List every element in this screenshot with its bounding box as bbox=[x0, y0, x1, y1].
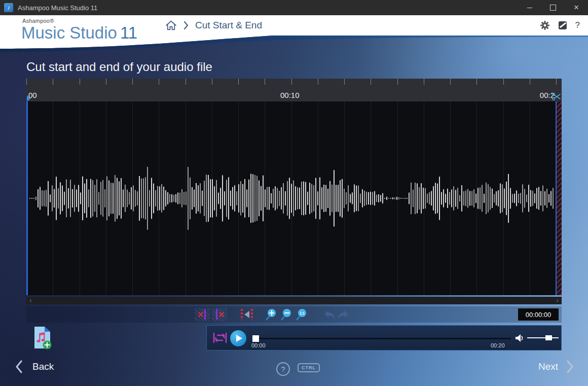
chevron-right-icon bbox=[566, 360, 574, 373]
page-title: Cut start and end of your audio file bbox=[26, 60, 212, 74]
zoom-in-icon bbox=[266, 308, 277, 321]
redo-button[interactable] bbox=[337, 308, 350, 321]
breadcrumb: Cut Start & End bbox=[165, 15, 262, 36]
minimize-button[interactable]: ─ bbox=[518, 0, 541, 15]
waveform-panel[interactable] bbox=[26, 101, 562, 295]
svg-text:1:1: 1:1 bbox=[300, 311, 305, 315]
end-cut-marker[interactable] bbox=[556, 101, 562, 295]
scroll-right-icon[interactable]: › bbox=[556, 297, 559, 304]
app-window: ♪ Ashampoo Music Studio 11 ─ × Ashampoo®… bbox=[0, 0, 588, 386]
redo-icon bbox=[337, 310, 349, 320]
zoom-reset-button[interactable]: 1:1 bbox=[295, 308, 308, 321]
help-question-icon: ? bbox=[281, 365, 285, 373]
speaker-icon[interactable] bbox=[515, 334, 524, 342]
breadcrumb-current: Cut Start & End bbox=[195, 20, 262, 31]
edit-toolbar: × × bbox=[26, 306, 562, 323]
total-time: 00:20 bbox=[491, 342, 505, 348]
cut-x-icon: × bbox=[198, 309, 204, 320]
start-marker-flag[interactable] bbox=[26, 95, 31, 101]
close-button[interactable]: × bbox=[565, 0, 588, 15]
minimize-icon: ─ bbox=[527, 4, 532, 12]
music-note-icon: ♪ bbox=[7, 4, 10, 11]
play-button[interactable] bbox=[230, 330, 246, 346]
settings-gear-icon[interactable] bbox=[540, 20, 550, 30]
elapsed-time: 00:00 bbox=[251, 342, 266, 348]
back-label: Back bbox=[32, 361, 54, 372]
waveform-scrollbar[interactable]: ‹ › bbox=[26, 297, 562, 304]
brand-version: 11 bbox=[120, 23, 137, 42]
zoom-in-button[interactable] bbox=[265, 308, 278, 321]
brand-main: Music Studio11 bbox=[21, 24, 137, 41]
seek-handle[interactable] bbox=[252, 335, 259, 342]
next-label: Next bbox=[538, 361, 558, 372]
ctrl-key-badge[interactable]: CTRL bbox=[298, 363, 320, 372]
ruler-label-mid: 00:10 bbox=[280, 91, 300, 99]
theme-slash bbox=[559, 22, 566, 28]
player-bar: 00:00 00:20 bbox=[206, 325, 562, 350]
close-icon: × bbox=[574, 3, 579, 13]
zoom-one-to-one-icon: 1:1 bbox=[296, 308, 308, 321]
help-icon[interactable]: ? bbox=[575, 20, 580, 30]
undo-icon bbox=[323, 310, 336, 320]
trim-bar-icon bbox=[251, 309, 253, 320]
marker-bar-icon bbox=[204, 309, 206, 320]
scroll-left-icon[interactable]: ‹ bbox=[29, 297, 32, 304]
end-cut-hatch bbox=[557, 101, 562, 295]
trim-selection-button[interactable] bbox=[238, 308, 255, 321]
chevron-right-icon bbox=[183, 21, 189, 29]
window-title: Ashampoo Music Studio 11 bbox=[18, 4, 518, 12]
play-icon bbox=[236, 335, 242, 342]
add-music-file-button[interactable] bbox=[32, 326, 53, 350]
seek-track[interactable] bbox=[253, 338, 511, 339]
trim-triangle-icon bbox=[244, 311, 249, 318]
trim-bar-icon bbox=[241, 309, 243, 320]
title-bar: ♪ Ashampoo Music Studio 11 ─ × bbox=[0, 0, 588, 15]
home-icon[interactable] bbox=[165, 20, 177, 31]
zoom-out-icon bbox=[281, 308, 292, 321]
loop-button[interactable] bbox=[213, 332, 227, 344]
maximize-icon bbox=[550, 5, 556, 11]
header-actions: ? bbox=[540, 15, 580, 36]
volume-track[interactable] bbox=[527, 337, 559, 338]
marker-bar-icon bbox=[216, 309, 217, 320]
volume-handle[interactable] bbox=[545, 335, 552, 340]
timeline-ruler[interactable]: 00 00:10 00:2 bbox=[26, 79, 562, 101]
app-icon: ♪ bbox=[4, 3, 13, 12]
cut-before-marker-button[interactable]: × bbox=[195, 308, 210, 321]
maximize-button[interactable] bbox=[541, 0, 565, 15]
chevron-left-icon bbox=[15, 360, 23, 373]
end-marker-scissors-icon[interactable] bbox=[552, 93, 561, 100]
brand-logo: Ashampoo® Music Studio11 bbox=[21, 18, 137, 41]
ruler-ticks bbox=[26, 79, 562, 85]
undo-button[interactable] bbox=[323, 308, 336, 321]
cut-x-icon: × bbox=[218, 309, 225, 320]
help-circle-button[interactable]: ? bbox=[276, 362, 290, 376]
marker-time-display: 00:00:00 bbox=[518, 308, 559, 321]
cut-after-marker-button[interactable]: × bbox=[212, 308, 227, 321]
waveform-canvas[interactable] bbox=[26, 101, 562, 295]
theme-icon[interactable] bbox=[559, 21, 567, 29]
back-button[interactable]: Back bbox=[15, 360, 54, 373]
next-button[interactable]: Next bbox=[538, 360, 574, 373]
start-cut-marker[interactable] bbox=[26, 101, 28, 295]
zoom-out-button[interactable] bbox=[280, 308, 293, 321]
